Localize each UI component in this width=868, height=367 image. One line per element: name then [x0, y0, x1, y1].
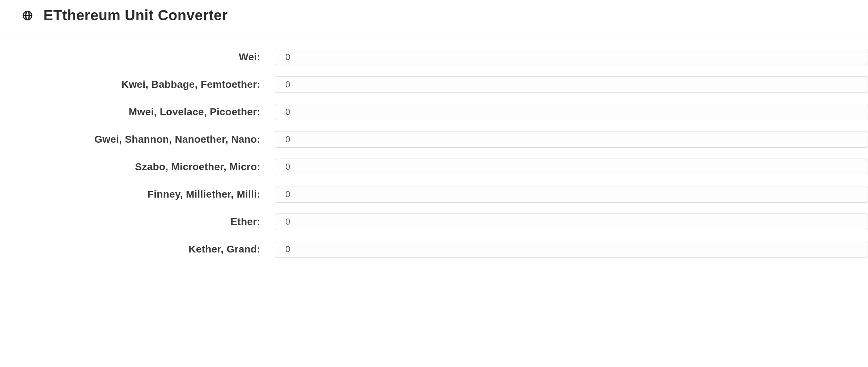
unit-input-kwei[interactable]: [275, 76, 868, 93]
unit-input-wei[interactable]: [275, 49, 868, 65]
unit-row-kwei: Kwei, Babbage, Femtoether:: [0, 76, 868, 93]
unit-row-gwei: Gwei, Shannon, Nanoether, Nano:: [0, 131, 868, 148]
unit-input-mwei[interactable]: [275, 104, 868, 120]
page-title: ETthereum Unit Converter: [43, 7, 228, 23]
unit-input-szabo[interactable]: [275, 159, 868, 175]
unit-label-kwei: Kwei, Babbage, Femtoether:: [0, 79, 275, 90]
unit-row-ether: Ether:: [0, 213, 868, 230]
unit-input-finney[interactable]: [275, 186, 868, 203]
unit-row-mwei: Mwei, Lovelace, Picoether:: [0, 104, 868, 120]
unit-row-kether: Kether, Grand:: [0, 241, 868, 258]
unit-label-wei: Wei:: [0, 51, 275, 63]
globe-icon: [22, 10, 33, 21]
unit-label-ether: Ether:: [0, 216, 275, 228]
unit-input-gwei[interactable]: [275, 131, 868, 148]
page-header: ETthereum Unit Converter: [0, 0, 868, 34]
converter-form: Wei: Kwei, Babbage, Femtoether: Mwei, Lo…: [0, 34, 868, 258]
unit-input-ether[interactable]: [275, 213, 868, 230]
unit-label-finney: Finney, Milliether, Milli:: [0, 189, 275, 200]
unit-label-szabo: Szabo, Microether, Micro:: [0, 161, 275, 173]
unit-label-mwei: Mwei, Lovelace, Picoether:: [0, 106, 275, 118]
unit-row-finney: Finney, Milliether, Milli:: [0, 186, 868, 203]
unit-input-kether[interactable]: [275, 241, 868, 258]
unit-row-wei: Wei:: [0, 49, 868, 65]
unit-label-kether: Kether, Grand:: [0, 243, 275, 255]
unit-row-szabo: Szabo, Microether, Micro:: [0, 159, 868, 175]
unit-label-gwei: Gwei, Shannon, Nanoether, Nano:: [0, 134, 275, 145]
